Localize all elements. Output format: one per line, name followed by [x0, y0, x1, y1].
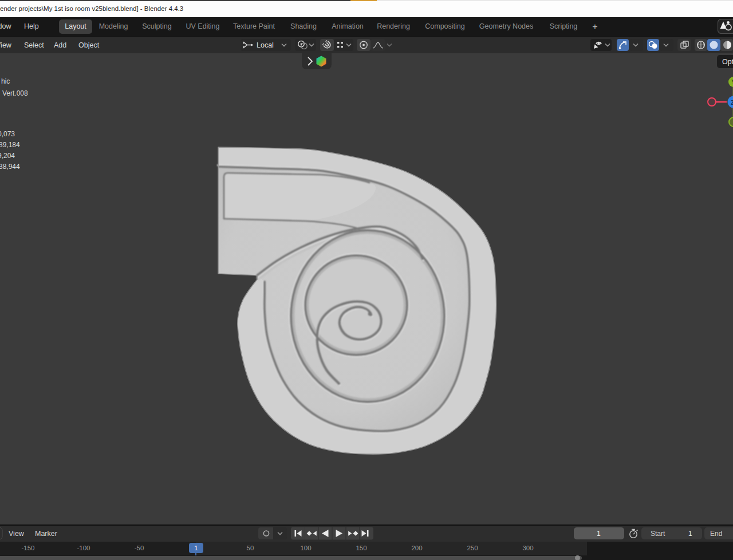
svg-text:View: View [9, 530, 25, 538]
svg-text:hic: hic [1, 77, 10, 85]
svg-text:0,073: 0,073 [0, 130, 15, 138]
svg-text:9,204: 9,204 [0, 152, 15, 160]
svg-text:Vert.008: Vert.008 [2, 89, 28, 97]
svg-text:1: 1 [688, 530, 692, 538]
svg-text:End: End [710, 530, 722, 538]
svg-text:Marker: Marker [35, 530, 57, 538]
svg-text:Start: Start [651, 530, 665, 538]
svg-text:1: 1 [597, 530, 601, 538]
svg-text:Opt: Opt [722, 58, 733, 66]
svg-text:39,184: 39,184 [0, 141, 20, 149]
svg-text:Local: Local [257, 41, 274, 49]
svg-text:Z: Z [731, 99, 733, 106]
svg-text:38,944: 38,944 [0, 163, 20, 171]
